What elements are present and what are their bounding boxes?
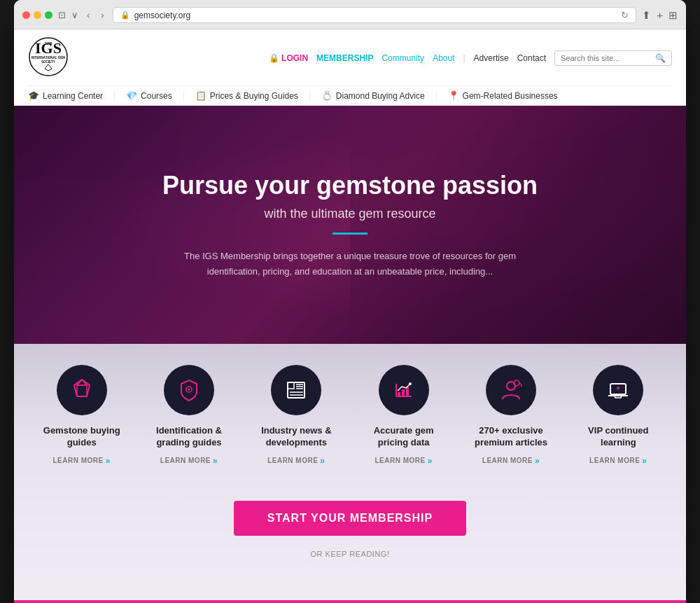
news-icon [283,377,309,403]
bottom-banner[interactable]: START YOUR MEMBERSHIP TODAY [14,600,686,603]
features-grid: Gemstone buying guides LEARN MORE » [28,344,672,466]
nav-courses[interactable]: 💎 Courses [115,90,184,101]
lock-icon: 🔒 [120,11,130,20]
nav-prices[interactable]: 📋 Prices & Buying Guides [184,90,310,101]
hero-subtitle: with the ultimate gem resource [162,207,538,221]
learn-more-arrows-3: » [320,456,325,466]
nav-divider: | [463,53,465,63]
back-button[interactable]: ‹ [84,8,92,22]
feature-gemstone-buying: Gemstone buying guides LEARN MORE » [28,365,135,466]
feature-articles-title: 270+ exclusive premium articles [468,425,554,449]
articles-icon-circle [486,365,536,415]
learn-more-arrows: » [106,456,111,466]
svg-text:INTERNATIONAL GEM: INTERNATIONAL GEM [31,56,65,60]
sidebar-toggle[interactable]: ⊡ [58,10,66,20]
feature-vip: VIP continued learning LEARN MORE » [565,365,672,466]
traffic-lights [22,11,52,19]
learn-more-arrows-4: » [428,456,433,466]
reload-button[interactable]: ↻ [621,10,629,20]
browser-window: ⊡ ∨ ‹ › 🔒 gemsociety.org ↻ ⬆ + ⊞ [14,0,686,603]
logo-svg: IGS INTERNATIONAL GEM SOCIETY 1986 [28,36,69,77]
membership-link[interactable]: MEMBERSHIP [316,53,373,63]
start-membership-button[interactable]: START YOUR MEMBERSHIP [234,501,466,536]
cta-section: START YOUR MEMBERSHIP OR KEEP READING! [28,494,672,572]
svg-marker-32 [616,386,620,390]
svg-point-14 [188,389,190,391]
courses-icon: 💎 [126,90,137,101]
feature-vip-learn-more[interactable]: LEARN MORE » [575,456,662,466]
learn-more-arrows-6: » [642,456,647,466]
chart-icon [391,377,417,403]
feature-identification-learn-more[interactable]: LEARN MORE » [146,456,232,466]
diamond-icon: 💍 [321,90,332,101]
nav-right: 🔒 LOGIN MEMBERSHIP Community About | Adv… [269,50,672,66]
svg-point-27 [409,382,412,385]
svg-rect-30 [610,384,626,394]
search-input[interactable] [561,54,652,62]
svg-rect-24 [398,392,400,396]
maximize-button[interactable] [45,11,52,19]
address-bar[interactable]: 🔒 gemsociety.org ↻ [113,7,637,23]
hero-title: Pursue your gemstone passion [162,170,538,200]
nav-businesses[interactable]: 📍 Gem-Related Businesses [437,90,569,101]
website-content: IGS INTERNATIONAL GEM SOCIETY 1986 🔒 [14,29,686,603]
feature-news: Industry news & developments LEARN MORE … [243,365,350,466]
identification-icon-circle [164,365,214,415]
features-section: Gemstone buying guides LEARN MORE » [14,344,686,600]
feature-articles-learn-more[interactable]: LEARN MORE » [468,456,554,466]
browser-actions: ⬆ + ⊞ [642,9,678,22]
grid-button[interactable]: ⊞ [668,9,678,22]
hero-description: The IGS Membership brings together a uni… [175,249,525,279]
feature-pricing-title: Accurate gem pricing data [360,425,447,449]
feature-news-title: Industry news & developments [253,425,340,449]
news-icon-circle [271,365,321,415]
new-tab-button[interactable]: + [657,9,663,21]
feature-pricing-learn-more[interactable]: LEARN MORE » [360,456,447,466]
user-icon [498,377,524,403]
search-box[interactable]: 🔍 [554,50,672,66]
feature-identification: Identification & grading guides LEARN MO… [135,365,242,466]
feature-identification-title: Identification & grading guides [146,425,232,449]
feature-news-learn-more[interactable]: LEARN MORE » [253,456,340,466]
gem-icon [69,377,95,403]
hero-divider [332,233,368,235]
minimize-button[interactable] [34,11,41,19]
nav-learning-center[interactable]: 🎓 Learning Center [28,90,115,101]
browser-chrome: ⊡ ∨ ‹ › 🔒 gemsociety.org ↻ ⬆ + ⊞ [14,0,686,29]
forward-button[interactable]: › [98,8,106,22]
url-display: gemsociety.org [134,11,190,20]
pricing-icon-circle [379,365,429,415]
laptop-icon [605,377,631,403]
header-top: IGS INTERNATIONAL GEM SOCIETY 1986 🔒 [28,29,672,85]
learn-more-arrows-5: » [535,456,540,466]
community-link[interactable]: Community [382,53,424,63]
advertise-link[interactable]: Advertise [474,53,509,63]
svg-text:SOCIETY: SOCIETY [41,60,55,64]
site-logo[interactable]: IGS INTERNATIONAL GEM SOCIETY 1986 [28,36,69,80]
feature-gemstone-learn-more[interactable]: LEARN MORE » [38,456,125,466]
cta-subtext: OR KEEP READING! [28,550,672,558]
gemstone-icon-circle [57,365,107,415]
learning-center-icon: 🎓 [28,90,39,101]
svg-marker-4 [45,64,52,71]
about-link[interactable]: About [433,53,454,63]
businesses-icon: 📍 [448,90,459,101]
login-link[interactable]: 🔒 LOGIN [269,53,308,63]
search-button[interactable]: 🔍 [655,53,666,63]
vip-icon-circle [593,365,643,415]
lock-icon: 🔒 [269,53,279,63]
feature-articles: 270+ exclusive premium articles LEARN MO… [457,365,564,466]
contact-link[interactable]: Contact [517,53,546,63]
share-button[interactable]: ⬆ [642,9,651,22]
hero-section: Pursue your gemstone passion with the ul… [14,106,686,344]
shield-icon [176,377,202,403]
svg-text:1986: 1986 [44,41,52,46]
prices-icon: 📋 [195,90,206,101]
feature-gemstone-title: Gemstone buying guides [38,425,125,449]
close-button[interactable] [22,11,30,19]
learn-more-arrows-2: » [213,456,218,466]
svg-rect-16 [288,382,294,389]
hero-content: Pursue your gemstone passion with the ul… [148,142,552,307]
nav-diamond[interactable]: 💍 Diamond Buying Advice [310,90,437,101]
window-control[interactable]: ∨ [71,10,78,20]
